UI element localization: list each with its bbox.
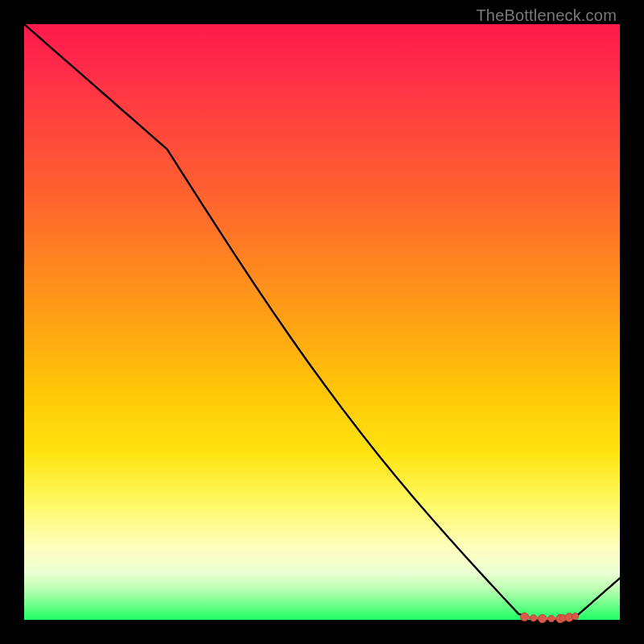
chart-overlay <box>24 24 620 620</box>
watermark-text: TheBottleneck.com <box>476 6 617 25</box>
minimum-markers <box>520 613 578 623</box>
chart-line <box>24 24 620 620</box>
minimum-marker <box>572 613 578 619</box>
